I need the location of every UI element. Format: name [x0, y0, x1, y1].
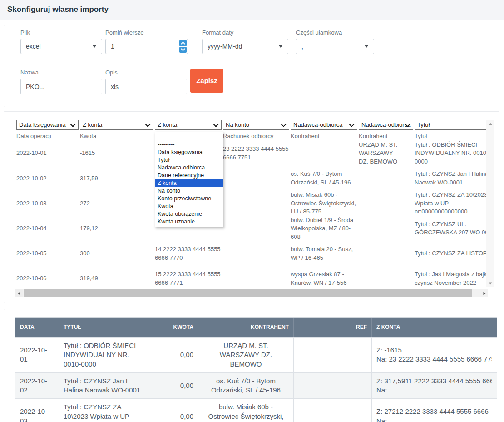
mapper-row: 2022-10-01-161523 2222 3333 4444 5555 66…	[16, 141, 487, 166]
cell-zkonta: Z: 27212 2222 3333 4444 5555 6666Na:	[372, 398, 497, 422]
cell-ref	[294, 372, 372, 399]
cell-kontrahent: URZĄD M. ST. WARSZAWY DZ. BEMOWO	[198, 337, 294, 372]
save-button[interactable]: Zapisz	[190, 69, 223, 93]
file-type-select[interactable]: excel	[20, 39, 102, 54]
scroll-up-icon[interactable]	[486, 120, 494, 128]
column-map-select-2[interactable]: Z konta	[155, 120, 222, 130]
name-value: PKO...	[26, 83, 44, 90]
column-map-select-value: Data księgowania	[19, 121, 66, 128]
cell-kwota: 0,00	[152, 398, 198, 422]
mapper-cell: bulw. Misiak 60b - Ostrowiec Świętokrzys…	[291, 191, 357, 216]
decimal-separator-select[interactable]: ,	[296, 39, 374, 54]
column-map-select-0[interactable]: Data księgowania	[16, 120, 79, 130]
source-field-label-5: Kontrahent	[359, 133, 413, 141]
chevron-down-icon	[279, 45, 282, 48]
dropdown-option[interactable]: ---------	[155, 141, 223, 149]
chevron-down-icon	[70, 121, 76, 127]
zkonta-z-line: Z: 27212 2222 3333 4444 5555 6666	[376, 407, 492, 416]
name-label: Nazwa	[20, 69, 102, 76]
cell-tytul: Tytuł : CZYNSZ Jan I Halina Naowak WO-00…	[59, 372, 152, 399]
dropdown-option[interactable]: Konto przeciwstawne	[155, 195, 223, 203]
mapper-cell: 2022-10-02	[16, 174, 79, 183]
col-header-ref: REF	[294, 318, 372, 337]
dropdown-option[interactable]: Na konto	[155, 187, 223, 195]
cell-kontrahent: os. Kuś 7/0 - Bytom Odrzański, SL / 45-1…	[198, 372, 294, 399]
scroll-right-icon[interactable]	[480, 289, 488, 297]
source-field-label-0: Data operacji	[16, 133, 79, 141]
source-field-row: Data operacjiKwotaRachunek odbiorcyKontr…	[16, 133, 487, 141]
vertical-scrollbar[interactable]	[486, 120, 494, 287]
decimal-separator-label: Części ułamkowa	[296, 29, 374, 36]
description-label: Opis	[105, 69, 187, 76]
dropdown-option[interactable]: Kwota	[155, 203, 223, 210]
file-type-value: excel	[26, 43, 41, 50]
mapper-cell: 179,12	[80, 224, 153, 233]
mapper-cell: 2022-10-06	[16, 274, 79, 283]
column-map-select-3[interactable]: Na konto	[223, 120, 289, 130]
preview-table-body: 2022-10-01Tytuł : ODBIÓR ŚMIECI INDYWIDU…	[15, 337, 497, 422]
mapper-row: 2022-10-0530014 2222 3333 4444 5555 6666…	[16, 241, 487, 266]
col-header-zkonta: Z KONTA	[372, 318, 497, 337]
scrollbar-thumb[interactable]	[24, 289, 472, 297]
mapper-scroll-area: Data księgowaniaZ kontaZ kontaNa kontoNa…	[16, 120, 487, 289]
mapper-cell: 272	[80, 199, 153, 208]
zkonta-z-line: Z: 317,5911 2222 3333 4444 5555 6666 77	[376, 377, 492, 386]
col-header-kwota: KWOTA	[152, 318, 198, 337]
column-map-select-6[interactable]: Tytuł	[415, 120, 487, 130]
column-mapper-panel: Data księgowaniaZ kontaZ kontaNa kontoNa…	[4, 111, 499, 303]
mapper-cell: -1615	[80, 149, 153, 157]
dropdown-option[interactable]: Z konta	[155, 179, 223, 187]
column-map-select-4[interactable]: Nadawca-odbiorca	[291, 120, 357, 130]
column-map-select-5[interactable]: Nadawca-odbiorca	[359, 120, 413, 130]
mapper-cell: bulw. Tomala 20 - Susz, WP / 16-465	[291, 245, 357, 262]
mapper-cell: 14 2222 3333 4444 5555 6666 7770	[155, 245, 222, 262]
mapper-cell: 2022-10-01	[16, 149, 79, 157]
skip-rows-value: 1	[111, 43, 114, 50]
table-row: 2022-10-02Tytuł : CZYNSZ Jan I Halina Na…	[15, 372, 497, 399]
source-field-label-6: Tytuł	[415, 133, 487, 141]
scroll-left-icon[interactable]	[15, 289, 23, 297]
dropdown-option[interactable]: Data księgowania	[155, 149, 223, 156]
mapper-cell: os. Kuś 7/0 - Bytom Odrzański, SL / 45-1…	[291, 170, 357, 187]
mapper-cell: Tytuł : ODBIÓR ŚMIECI INDYWIDUALNY NR. 0…	[415, 141, 487, 166]
mapper-cell: Tytuł : CZYNSZ ZA LISTOPAD	[415, 249, 487, 258]
mapper-cell: Tytuł : Jaś I Małgosia z bajki - czynsz …	[415, 270, 487, 287]
skip-rows-input[interactable]: 1	[105, 39, 188, 54]
cell-kwota: 0,00	[152, 337, 198, 372]
chevron-down-icon	[213, 121, 219, 127]
dropdown-option[interactable]: Dane referencyjne	[155, 172, 223, 179]
column-map-select-value: Tytuł	[417, 121, 430, 128]
mapper-cell: bulw. Dubiel 1/9 - Środa Wielkopolska, M…	[291, 216, 357, 241]
chevron-down-icon	[93, 45, 96, 48]
description-input[interactable]: xls	[105, 79, 187, 94]
dropdown-option[interactable]: Kwota obciążenie	[155, 210, 223, 218]
mapper-cell: 2022-10-03	[16, 199, 79, 208]
column-map-select-1[interactable]: Z konta	[80, 120, 153, 130]
stepper-down-icon[interactable]	[179, 47, 187, 53]
page-header: Skonfiguruj własne importy	[0, 0, 504, 20]
table-row: 2022-10-01Tytuł : ODBIÓR ŚMIECI INDYWIDU…	[15, 337, 497, 372]
zkonta-na-line: Na: 23 2222 3333 4444 5555 6666 7751	[376, 355, 492, 364]
number-stepper	[179, 40, 187, 53]
cell-data: 2022-10-02	[15, 372, 59, 399]
name-input[interactable]: PKO...	[20, 79, 102, 94]
mapper-cell: Tytuł : CZYNSZ UL. GÓRCZEWSKA 207 WO 000…	[415, 220, 487, 237]
preview-panel: DATA TYTUŁ KWOTA KONTRAHENT REF Z KONTA …	[4, 309, 499, 422]
date-format-select[interactable]: yyyy-MM-dd	[202, 39, 288, 54]
column-map-select-value: Z konta	[83, 121, 102, 128]
column-map-select-value: Nadawca-odbiorca	[293, 121, 342, 128]
horizontal-scrollbar[interactable]	[15, 289, 488, 297]
dropdown-option[interactable]: Tytuł	[155, 156, 223, 164]
mapper-cell: Tytuł : CZYNSZ Jan I Halina Naowak WO-00…	[415, 170, 487, 187]
dropdown-option[interactable]: Kwota uznanie	[155, 218, 223, 226]
scroll-down-icon[interactable]	[486, 279, 494, 287]
dropdown-option[interactable]	[155, 133, 223, 141]
import-config-panel: Plik excel Pomiń wiersze 1 Format daty y…	[4, 25, 499, 107]
dropdown-option[interactable]: Nadawca-odbiorca	[155, 164, 223, 172]
stepper-up-icon[interactable]	[179, 40, 187, 46]
chevron-down-icon	[365, 45, 368, 48]
mapper-cell: 319,49	[80, 274, 153, 283]
source-field-label-3: Rachunek odbiorcy	[223, 133, 289, 141]
mapper-cell: 317,59	[80, 174, 153, 183]
mapper-row: 2022-10-06319,4915 2222 3333 4444 5555 6…	[16, 266, 487, 289]
